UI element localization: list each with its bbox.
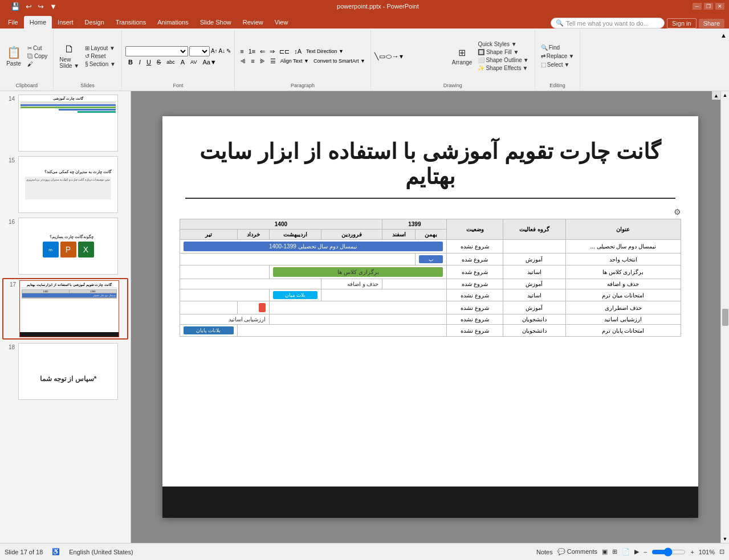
shadow-btn[interactable]: abc (164, 59, 177, 66)
slides-sub: ⊞ Layout ▼ ↺ Reset § Section ▼ (83, 44, 118, 68)
tab-slideshow[interactable]: Slide Show (194, 16, 237, 28)
numbering-btn[interactable]: 1≡ (247, 47, 258, 55)
zoom-out-btn[interactable]: − (644, 549, 647, 555)
sign-in-btn[interactable]: Sign in (667, 18, 697, 28)
select-btn[interactable]: ⬚ Select ▼ (539, 61, 572, 68)
collapse-ribbon-btn[interactable]: ▲ (720, 30, 729, 39)
cut-btn[interactable]: ✂ Cut (25, 44, 50, 52)
layout-btn[interactable]: ⊞ Layout ▼ (83, 44, 118, 52)
zoom-level[interactable]: 101% (699, 549, 715, 555)
columns-btn[interactable]: ⊏⊏ (278, 47, 291, 56)
zoom-in-btn[interactable]: + (690, 549, 694, 555)
col-status: وضعیت (447, 219, 503, 240)
settings-icon[interactable]: ⚙ (674, 207, 681, 216)
shape-line-btn[interactable]: ╲ (374, 52, 378, 60)
tab-animations[interactable]: Animations (152, 16, 194, 28)
restore-btn[interactable]: ❐ (704, 3, 713, 10)
shape-effects-btn[interactable]: ✨ Shape Effects ▼ (475, 64, 531, 72)
scroll-up-arrow[interactable]: ▲ (723, 92, 728, 98)
tab-insert[interactable]: Insert (52, 16, 79, 28)
convert-btn[interactable]: Convert to SmartArt ▼ (312, 58, 367, 64)
shape-fill-btn[interactable]: 🔲 Shape Fill ▼ (475, 48, 531, 56)
align-left-btn[interactable]: ⫷ (238, 57, 248, 65)
notes-btn[interactable]: Notes (536, 549, 553, 555)
view-reading-btn[interactable]: 📄 (622, 548, 630, 555)
row5-title: امتحانات میان ترم (565, 289, 681, 301)
scroll-thumb[interactable] (722, 309, 728, 326)
close-btn[interactable]: ✕ (715, 3, 724, 10)
slide-thumb-16[interactable]: 16 چگونه گانت چارت بسازیم؟ X P m (2, 216, 128, 276)
italic-btn[interactable]: I (137, 58, 143, 66)
row3-group: اساتید (503, 265, 565, 279)
text-size-btn[interactable]: Aa▼ (200, 58, 218, 66)
table-row: حذف اضطراری آموزش شروع نشده (180, 301, 681, 314)
format-painter-btn[interactable]: 🖌 (25, 60, 50, 68)
view-slide-sorter-btn[interactable]: ⊞ (612, 548, 617, 555)
font-size-select[interactable] (189, 46, 210, 56)
arrange-btn[interactable]: ⊞ Arrange (450, 46, 475, 67)
undo-btn[interactable]: ↩ (24, 2, 34, 11)
tab-review[interactable]: Review (237, 16, 269, 28)
paste-btn[interactable]: 📋 Paste (3, 44, 24, 68)
decrease-font-btn[interactable]: A↓ (219, 48, 226, 54)
font-color-btn[interactable]: A (178, 58, 187, 66)
increase-indent-btn[interactable]: ⇒ (268, 47, 276, 56)
redo-btn[interactable]: ↪ (36, 2, 46, 11)
copy-btn[interactable]: ⿻ Copy (25, 52, 50, 60)
shape-arrow-btn[interactable]: → (392, 52, 399, 60)
minimize-btn[interactable]: ─ (693, 3, 702, 10)
tab-home[interactable]: Home (24, 16, 52, 28)
tell-me-input[interactable]: 🔍 Tell me what you want to do... (551, 18, 665, 28)
scroll-down-arrow[interactable]: ▼ (723, 536, 728, 542)
shape-more-btn[interactable]: ▾ (400, 52, 403, 60)
tab-file[interactable]: File (2, 16, 24, 28)
shape-rect-btn[interactable]: ▭ (379, 52, 385, 60)
slide-thumb-18[interactable]: 18 *سپاس از توجه شما (2, 342, 128, 401)
align-center-btn[interactable]: ≡ (249, 57, 256, 65)
tab-view[interactable]: View (269, 16, 294, 28)
fit-slide-btn[interactable]: ⊡ (719, 548, 724, 555)
tab-transitions[interactable]: Transitions (110, 16, 152, 28)
bullets-btn[interactable]: ≡ (238, 47, 245, 55)
row6-status: شروع نشده (447, 301, 503, 314)
row5-status: شروع نشده (447, 289, 503, 301)
align-text-btn[interactable]: Text Direction ▼ (304, 48, 345, 55)
char-spacing-btn[interactable]: AV (188, 59, 199, 66)
bold-btn[interactable]: B (125, 58, 136, 67)
view-slideshow-btn[interactable]: ▶ (634, 548, 639, 555)
slide-thumb-15[interactable]: 15 گانت چارت به مدیران چه کمکی می‌کند؟ م… (2, 155, 128, 214)
strikethrough-btn[interactable]: S (154, 58, 163, 66)
quick-styles-btn[interactable]: Quick Styles ▼ (475, 40, 531, 48)
slide-canvas: گانت چارت تقویم آموزشی با استفاده از ابز… (162, 116, 698, 518)
clear-format-btn[interactable]: ✎ (226, 48, 231, 54)
ribbon-group-paragraph: ≡ 1≡ ⇐ ⇒ ⊏⊏ ↕A Text Direction ▼ ⫷ ≡ ⫸ ☰ … (235, 30, 371, 89)
underline-btn[interactable]: U (144, 58, 153, 66)
font-family-select[interactable] (125, 46, 188, 56)
section-btn[interactable]: § Section ▼ (83, 60, 118, 68)
ribbon-tabs: File Home Insert Design Transitions Anim… (0, 13, 729, 28)
customize-btn[interactable]: ▼ (48, 2, 59, 11)
increase-font-btn[interactable]: A↑ (211, 48, 218, 54)
decrease-indent-btn[interactable]: ⇐ (258, 47, 267, 56)
share-btn[interactable]: Share (699, 19, 724, 28)
text-direction-btn[interactable]: ↕A (292, 47, 303, 55)
view-normal-btn[interactable]: ▣ (602, 548, 608, 555)
save-btn[interactable]: 💾 (9, 2, 22, 11)
reset-btn[interactable]: ↺ Reset (83, 52, 118, 60)
scroll-up-btn[interactable]: ▲ (712, 91, 720, 100)
zoom-slider[interactable] (651, 547, 686, 557)
replace-btn[interactable]: ⇄ Replace ▼ (539, 52, 577, 60)
align-right-btn[interactable]: ⫸ (258, 57, 267, 65)
justify-btn[interactable]: ☰ (268, 57, 278, 66)
comments-btn[interactable]: 💬 Comments (557, 548, 597, 555)
slide-thumb-14[interactable]: 14 گانت چارت آموزشی (2, 93, 128, 153)
vertical-scrollbar[interactable]: ▲ ▼ (720, 91, 729, 543)
slide-thumb-17[interactable]: 17 گانت چارت تقویم آموزشی با استفاده از … (2, 278, 128, 340)
find-btn[interactable]: 🔍 Find (539, 44, 562, 51)
new-slide-btn[interactable]: 🗋 NewSlide ▼ (57, 42, 82, 70)
new-slide-icon: 🗋 (64, 43, 75, 55)
shape-oval-btn[interactable]: ⬭ (386, 52, 392, 60)
shape-outline-btn[interactable]: ⬜ Shape Outline ▼ (475, 56, 531, 64)
tab-design[interactable]: Design (79, 16, 110, 28)
smart-art-btn[interactable]: Align Text ▼ (279, 58, 311, 64)
